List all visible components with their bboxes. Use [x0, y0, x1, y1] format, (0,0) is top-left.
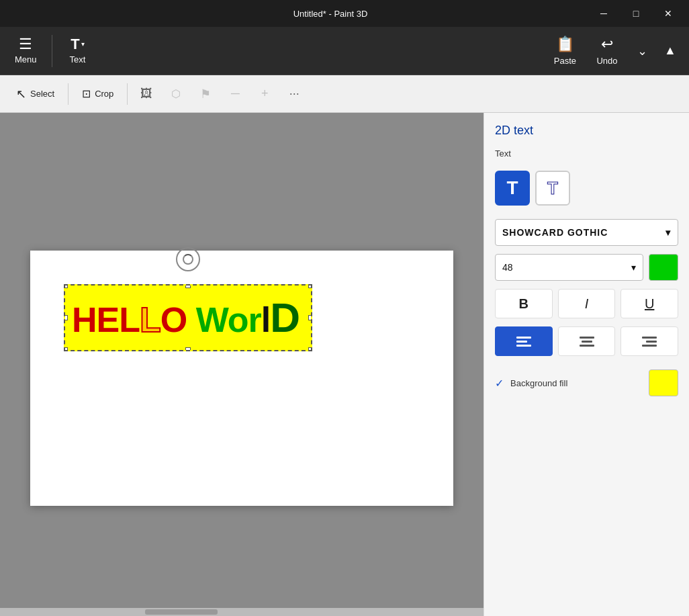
- handle-top-right[interactable]: [308, 284, 312, 288]
- paste-icon: 📋: [556, 36, 574, 53]
- handle-bottom-mid[interactable]: [185, 347, 191, 351]
- text-box-container[interactable]: HELLO WorlD: [64, 284, 312, 351]
- align-left-button[interactable]: [495, 326, 553, 356]
- tool-separator-1: [68, 83, 68, 105]
- text-D: D: [270, 294, 300, 341]
- handle-bottom-left[interactable]: [64, 347, 68, 351]
- more-tools-button[interactable]: ···: [281, 81, 308, 107]
- image-insert-icon: 🖼: [140, 87, 152, 101]
- text-L1: L: [119, 300, 140, 339]
- right-panel: 2D text Text T T Showcard Gothic ▾ 48 ▾: [484, 113, 689, 616]
- flag-button[interactable]: ⚑: [192, 81, 219, 107]
- minus-button[interactable]: ─: [222, 81, 248, 107]
- bg-fill-check-icon: ✓: [495, 377, 504, 390]
- outlined-text-icon: T: [547, 178, 558, 199]
- magic-select-button[interactable]: ⬡: [163, 81, 189, 107]
- paste-label: Paste: [554, 56, 576, 66]
- italic-icon: I: [585, 296, 589, 312]
- select-tool-button[interactable]: ↖ Select: [8, 83, 62, 105]
- tool-separator-2: [127, 83, 128, 105]
- minus-icon: ─: [231, 87, 240, 101]
- select-label: Select: [30, 89, 54, 99]
- align-center-button[interactable]: [558, 326, 616, 356]
- canvas-area[interactable]: HELLO WorlD: [0, 113, 484, 616]
- handle-top-mid[interactable]: [185, 284, 191, 288]
- font-size-label: 48: [502, 262, 513, 273]
- underline-icon: U: [645, 296, 654, 312]
- font-dropdown[interactable]: Showcard Gothic ▾: [495, 219, 678, 246]
- bg-fill-color-swatch[interactable]: [649, 369, 678, 396]
- maximize-button[interactable]: □: [621, 3, 651, 24]
- crop-icon: ⊡: [82, 87, 91, 100]
- text-O2: or: [228, 300, 261, 339]
- outlined-text-button[interactable]: T: [535, 171, 570, 206]
- select-icon: ↖: [16, 87, 26, 101]
- underline-button[interactable]: U: [621, 289, 678, 318]
- close-button[interactable]: ✕: [653, 3, 684, 24]
- align-center-icon: [580, 337, 594, 347]
- undo-icon: ↩: [601, 36, 613, 53]
- collapse-menu-button[interactable]: ▲: [657, 38, 684, 64]
- font-size-dropdown[interactable]: 48 ▾: [495, 254, 643, 281]
- text-color-swatch[interactable]: [649, 254, 678, 281]
- handle-bottom-right[interactable]: [308, 347, 312, 351]
- text-menu-label: Text: [70, 54, 86, 64]
- handle-top-left[interactable]: [64, 284, 68, 288]
- paste-button[interactable]: 📋 Paste: [545, 32, 586, 70]
- bold-icon: B: [519, 296, 529, 312]
- handle-mid-right[interactable]: [308, 315, 312, 320]
- format-row: B I U: [495, 289, 678, 318]
- handle-mid-left[interactable]: [64, 315, 68, 320]
- toolbar: ↖ Select ⊡ Crop 🖼 ⬡ ⚑ ─ + ···: [0, 75, 689, 113]
- scrollbar-thumb[interactable]: [145, 609, 218, 615]
- align-row: [495, 326, 678, 356]
- window-controls: ─ □ ✕: [588, 3, 684, 24]
- size-dropdown-chevron: ▾: [631, 262, 636, 273]
- text-H: H: [72, 300, 97, 339]
- flat-text-icon: T: [506, 177, 518, 199]
- text-menu-icon: T▾: [71, 37, 84, 52]
- canvas: HELLO WorlD: [30, 251, 453, 506]
- text-O: O: [160, 300, 187, 339]
- bold-button[interactable]: B: [495, 289, 553, 318]
- minimize-button[interactable]: ─: [588, 3, 619, 24]
- title-bar: Untitled* - Paint 3D ─ □ ✕: [0, 0, 689, 27]
- text-W: W: [196, 300, 228, 339]
- rotate-handle[interactable]: [176, 247, 200, 271]
- text-menu-button[interactable]: T▾ Text: [58, 33, 98, 69]
- window-title: Untitled* - Paint 3D: [73, 9, 588, 19]
- undo-button[interactable]: ↩ Undo: [587, 32, 627, 70]
- menu-bar: ☰ Menu T▾ Text 📋 Paste ↩ Undo ⌄ ▲: [0, 27, 689, 75]
- align-right-icon: [642, 337, 657, 347]
- size-row: 48 ▾: [495, 254, 678, 281]
- crop-label: Crop: [95, 89, 113, 99]
- menu-divider: [52, 35, 52, 67]
- canvas-text: HELLO WorlD: [72, 297, 300, 339]
- plus-icon: +: [261, 87, 269, 101]
- image-insert-button[interactable]: 🖼: [133, 81, 160, 107]
- menu-button[interactable]: ☰ Menu: [5, 33, 46, 69]
- plus-button[interactable]: +: [251, 81, 278, 107]
- bg-fill-label: Background fill: [510, 378, 642, 388]
- text-E: E: [97, 300, 120, 339]
- panel-title: 2D text: [495, 124, 678, 138]
- main-content: HELLO WorlD 2D text Text T T Showcard Go…: [0, 113, 689, 616]
- crop-tool-button[interactable]: ⊡ Crop: [74, 83, 122, 104]
- text-box[interactable]: HELLO WorlD: [64, 284, 312, 351]
- more-tools-icon: ···: [289, 87, 300, 101]
- text-section-label: Text: [495, 148, 678, 159]
- menu-icon: ☰: [19, 37, 32, 52]
- font-name-label: Showcard Gothic: [502, 227, 608, 238]
- italic-button[interactable]: I: [558, 289, 616, 318]
- align-right-button[interactable]: [621, 326, 678, 356]
- flat-text-button[interactable]: T: [495, 171, 530, 206]
- magic-select-icon: ⬡: [171, 87, 181, 100]
- more-menu-button[interactable]: ⌄: [629, 38, 655, 64]
- text-L3: l: [261, 300, 270, 339]
- horizontal-scrollbar[interactable]: [0, 608, 484, 616]
- font-dropdown-chevron: ▾: [665, 227, 671, 238]
- rotate-inner-circle: [183, 254, 193, 265]
- menu-label: Menu: [15, 54, 37, 64]
- text-space: [187, 300, 195, 339]
- flag-icon: ⚑: [200, 87, 211, 101]
